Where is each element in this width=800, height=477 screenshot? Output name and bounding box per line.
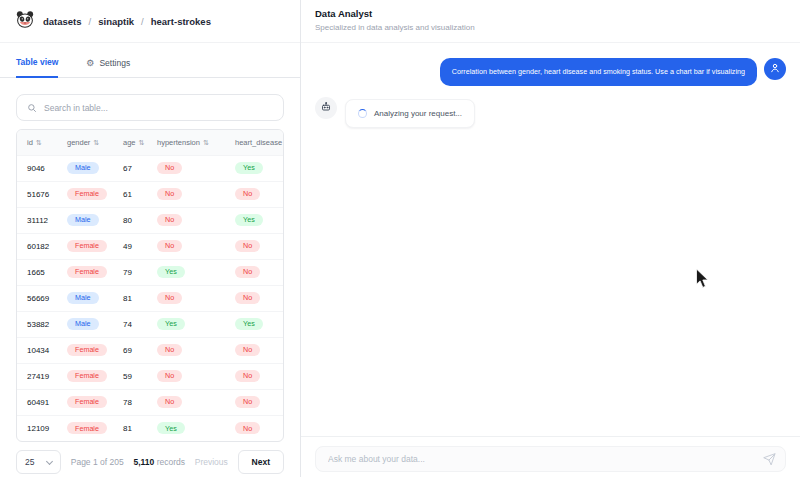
tab-table-view-label: Table view xyxy=(16,57,58,67)
heart-disease-pill: No xyxy=(235,266,260,278)
hypertension-pill: Yes xyxy=(157,422,185,434)
column-header-id[interactable]: id⇅ xyxy=(17,130,57,155)
gender-pill: Male xyxy=(67,292,99,304)
cell-id: 56669 xyxy=(17,285,57,311)
table-row: 60182 Female 49 No No xyxy=(17,233,284,259)
gender-pill: Female xyxy=(67,396,107,408)
sort-icon: ⇅ xyxy=(139,139,145,147)
heart-disease-pill: No xyxy=(235,240,260,252)
column-header-age[interactable]: age⇅ xyxy=(113,130,147,155)
heart-disease-pill: No xyxy=(235,396,260,408)
table-row: 60491 Female 78 No No xyxy=(17,389,284,415)
tab-bar: Table view ⚙ Settings xyxy=(0,43,300,78)
next-button[interactable]: Next xyxy=(238,450,284,474)
send-icon xyxy=(763,454,776,469)
breadcrumb-item-heart-strokes[interactable]: heart-strokes xyxy=(151,16,211,27)
heart-disease-pill: No xyxy=(235,344,260,356)
breadcrumb-separator: / xyxy=(89,16,92,27)
chat-input-box xyxy=(315,446,786,472)
chevron-down-icon xyxy=(46,457,53,464)
heart-disease-pill: No xyxy=(235,292,260,304)
records-count: 5,110 records xyxy=(133,457,185,467)
sort-icon: ⇅ xyxy=(93,139,99,147)
cell-id: 31112 xyxy=(17,207,57,233)
gender-pill: Female xyxy=(67,422,107,434)
heart-disease-pill: No xyxy=(235,370,260,382)
table-row: 56669 Male 81 No No xyxy=(17,285,284,311)
search-input[interactable] xyxy=(44,103,273,113)
breadcrumb-item-datasets[interactable]: datasets xyxy=(43,16,82,27)
user-message-row: Correlation between gender, heart diseas… xyxy=(315,58,786,86)
gender-pill: Female xyxy=(67,240,107,252)
hypertension-pill: Yes xyxy=(157,266,185,278)
table-row: 27419 Female 59 No No xyxy=(17,363,284,389)
page-size-value: 25 xyxy=(25,457,34,467)
previous-button[interactable]: Previous xyxy=(195,457,228,467)
heart-disease-pill: Yes xyxy=(235,214,263,226)
breadcrumb-separator: / xyxy=(141,16,144,27)
cell-id: 1665 xyxy=(17,259,57,285)
gender-pill: Male xyxy=(67,318,99,330)
cell-id: 27419 xyxy=(17,363,57,389)
assistant-panel: Data Analyst Specialized in data analysi… xyxy=(301,0,800,477)
sort-icon: ⇅ xyxy=(203,139,209,147)
assistant-status-card: Analyzing your request... xyxy=(345,99,475,128)
search-icon xyxy=(27,99,37,117)
cell-age: 74 xyxy=(113,311,147,337)
assistant-title: Data Analyst xyxy=(315,8,786,19)
cell-id: 60182 xyxy=(17,233,57,259)
assistant-message-row: Analyzing your request... xyxy=(315,97,786,128)
gear-icon: ⚙ xyxy=(86,58,94,68)
cell-id: 10434 xyxy=(17,337,57,363)
column-header-hypertension[interactable]: hypertension⇅ xyxy=(147,130,225,155)
table-header-row: id⇅ gender⇅ age⇅ hypertension⇅ heart_dis… xyxy=(17,130,284,155)
assistant-status-text: Analyzing your request... xyxy=(374,109,462,118)
cell-age: 81 xyxy=(113,285,147,311)
chat-messages: Correlation between gender, heart diseas… xyxy=(301,43,800,128)
page-size-select[interactable]: 25 xyxy=(16,450,61,474)
cell-age: 61 xyxy=(113,181,147,207)
page-info: Page 1 of 205 xyxy=(71,457,124,467)
chat-input[interactable] xyxy=(328,454,755,464)
dataset-header: datasets / sinaptik / heart-strokes xyxy=(0,0,300,43)
panda-logo-icon xyxy=(16,11,34,32)
assistant-subtitle: Specialized in data analysis and visuali… xyxy=(315,23,786,32)
robot-icon xyxy=(320,99,332,117)
chat-input-bar xyxy=(301,436,800,477)
gender-pill: Female xyxy=(67,188,107,200)
hypertension-pill: No xyxy=(157,214,182,226)
cell-age: 67 xyxy=(113,155,147,181)
table-row: 12109 Female 81 Yes No xyxy=(17,415,284,441)
table-row: 10434 Female 69 No No xyxy=(17,337,284,363)
table-row: 53882 Male 74 Yes Yes xyxy=(17,311,284,337)
gender-pill: Male xyxy=(67,162,99,174)
table-row: 31112 Male 80 No Yes xyxy=(17,207,284,233)
heart-disease-pill: Yes xyxy=(235,318,263,330)
heart-disease-pill: No xyxy=(235,188,260,200)
breadcrumb: datasets / sinaptik / heart-strokes xyxy=(43,16,211,27)
breadcrumb-item-sinaptik[interactable]: sinaptik xyxy=(98,16,134,27)
heart-disease-pill: No xyxy=(235,422,260,434)
hypertension-pill: Yes xyxy=(157,318,185,330)
hypertension-pill: No xyxy=(157,240,182,252)
hypertension-pill: No xyxy=(157,188,182,200)
cell-id: 60491 xyxy=(17,389,57,415)
send-button[interactable] xyxy=(763,453,776,469)
cell-age: 79 xyxy=(113,259,147,285)
gender-pill: Female xyxy=(67,266,107,278)
cell-age: 69 xyxy=(113,337,147,363)
hypertension-pill: No xyxy=(157,162,182,174)
cell-id: 9046 xyxy=(17,155,57,181)
hypertension-pill: No xyxy=(157,292,182,304)
table-row: 9046 Male 67 No Yes xyxy=(17,155,284,181)
gender-pill: Female xyxy=(67,370,107,382)
table-row: 1665 Female 79 Yes No xyxy=(17,259,284,285)
heart-disease-pill: Yes xyxy=(235,162,263,174)
table-search xyxy=(16,94,284,121)
assistant-avatar xyxy=(315,97,337,119)
column-header-gender[interactable]: gender⇅ xyxy=(57,130,113,155)
gender-pill: Male xyxy=(67,214,99,226)
column-header-heart-disease[interactable]: heart_disease⇅ xyxy=(225,130,284,155)
tab-settings[interactable]: ⚙ Settings xyxy=(86,57,130,77)
tab-table-view[interactable]: Table view xyxy=(16,57,58,78)
